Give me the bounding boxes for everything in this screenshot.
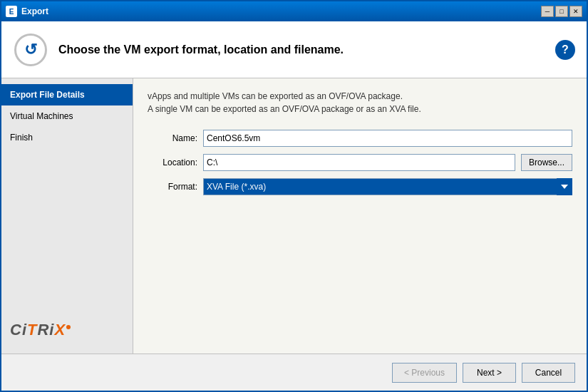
format-row: Format: XVA File (*.xva) OVF/OVA Package [148, 178, 572, 195]
sidebar-item-virtual-machines[interactable]: Virtual Machines [1, 105, 133, 127]
name-row: Name: [148, 130, 572, 147]
window-title: Export [21, 6, 537, 16]
citrix-text: CiTRiX [10, 321, 71, 339]
header: ↺ Choose the VM export format, location … [1, 21, 587, 78]
location-input[interactable] [203, 154, 515, 171]
header-title: Choose the VM export format, location an… [58, 43, 545, 56]
close-button[interactable]: ✕ [569, 6, 582, 17]
footer: < Previous Next > Cancel [1, 354, 587, 391]
content-area: Export File Details Virtual Machines Fin… [1, 78, 587, 354]
minimize-button[interactable]: ─ [541, 6, 554, 17]
format-label: Format: [148, 182, 197, 192]
export-window: E Export ─ □ ✕ ↺ Choose the VM export fo… [0, 0, 588, 392]
window-icon: E [6, 6, 17, 17]
restore-button[interactable]: □ [555, 6, 568, 17]
window-controls: ─ □ ✕ [541, 6, 582, 17]
citrix-logo: CiTRiX [1, 312, 133, 348]
main-content: vApps and multiple VMs can be exported a… [133, 78, 587, 354]
info-text: vApps and multiple VMs can be exported a… [148, 90, 572, 115]
location-row: Location: Browse... [148, 154, 572, 171]
cancel-button[interactable]: Cancel [522, 363, 575, 383]
arrow-icon: ↺ [14, 33, 47, 66]
next-button[interactable]: Next > [463, 363, 516, 383]
sidebar-item-finish[interactable]: Finish [1, 127, 133, 148]
format-select-wrapper: XVA File (*.xva) OVF/OVA Package [203, 178, 572, 195]
format-select[interactable]: XVA File (*.xva) OVF/OVA Package [203, 178, 572, 195]
sidebar-item-export-file-details[interactable]: Export File Details [1, 84, 133, 105]
title-bar: E Export ─ □ ✕ [1, 1, 587, 21]
sidebar-nav: Export File Details Virtual Machines Fin… [1, 84, 133, 148]
location-label: Location: [148, 158, 197, 167]
browse-button[interactable]: Browse... [521, 154, 572, 171]
help-button[interactable]: ? [555, 40, 575, 60]
sidebar: Export File Details Virtual Machines Fin… [1, 78, 133, 354]
name-label: Name: [148, 133, 197, 143]
name-input[interactable] [203, 130, 572, 147]
form-area: Name: Location: Browse... Format: XVA Fi… [148, 130, 572, 195]
previous-button[interactable]: < Previous [392, 363, 457, 383]
header-icon: ↺ [13, 32, 48, 68]
